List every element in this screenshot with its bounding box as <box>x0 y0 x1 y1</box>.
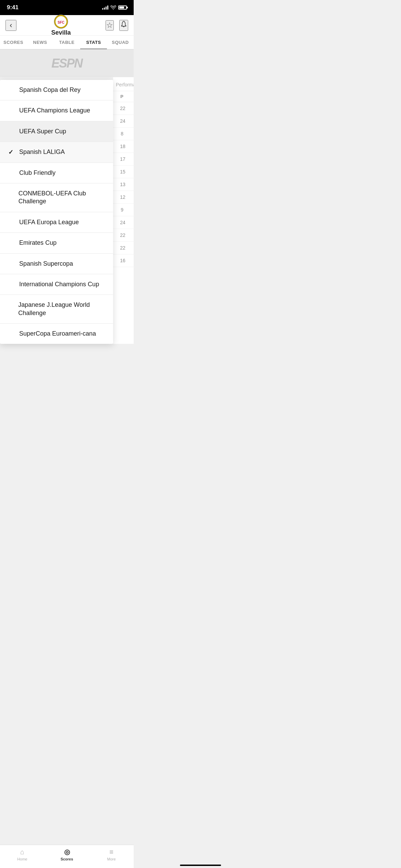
dropdown-item-label: UEFA Champions League <box>19 107 90 114</box>
tab-squad[interactable]: SQUAD <box>107 36 134 49</box>
team-logo: SFC <box>52 14 70 29</box>
table-row: 22 1 <box>113 242 134 254</box>
header: ‹ SFC Sevilla ☆ <box>0 15 134 36</box>
table-row: 8 3 <box>113 128 134 140</box>
dropdown-item-club-friendly[interactable]: ✓ Club Friendly <box>0 163 113 183</box>
dropdown-item-label: Club Friendly <box>19 169 56 177</box>
row-p-val: 16 <box>120 258 125 263</box>
team-name: Sevilla <box>51 29 71 36</box>
tab-scores[interactable]: SCORES <box>0 36 27 49</box>
table-rows: 22 9 24 3 8 3 18 2 17 2 15 2 13 2 12 2 9… <box>113 102 134 267</box>
wifi-icon <box>110 5 116 10</box>
dropdown-item-label: Spanish Supercopa <box>19 260 73 268</box>
back-button[interactable]: ‹ <box>5 20 16 31</box>
table-row: 18 2 <box>113 140 134 153</box>
dropdown-item-label: Spanish Copa del Rey <box>19 86 81 94</box>
notification-button[interactable] <box>119 20 128 31</box>
dropdown-item-label: Emirates Cup <box>19 239 57 247</box>
table-row: 22 9 <box>113 102 134 115</box>
tab-stats[interactable]: STATS <box>80 36 107 49</box>
dropdown-item-supercopa[interactable]: ✓ Spanish Supercopa <box>0 254 113 274</box>
dropdown-item-conmebol[interactable]: ✓ CONMEBOL-UEFA Club Challenge <box>0 183 113 212</box>
status-icons <box>102 5 127 10</box>
row-p-val: 17 <box>120 156 125 162</box>
table-row: 24 3 <box>113 115 134 128</box>
battery-icon <box>118 5 127 10</box>
espn-logo: ESPN <box>51 56 82 71</box>
dropdown-item-champions-league[interactable]: ✓ UEFA Champions League <box>0 100 113 121</box>
dropdown-item-j-league[interactable]: ✓ Japanese J.League World Challenge <box>0 295 113 324</box>
signal-bars-icon <box>102 5 108 10</box>
row-p-val: 8 <box>121 131 123 136</box>
table-row: 16 1 <box>113 254 134 267</box>
dropdown-item-label: UEFA Europa League <box>19 218 79 226</box>
header-title-area: SFC Sevilla <box>51 14 71 36</box>
content-area: ✓ Spanish Copa del Rey ✓ UEFA Champions … <box>0 77 134 344</box>
row-p-val: 22 <box>120 106 125 111</box>
dropdown-item-laliga[interactable]: ✓ Spanish LALIGA <box>0 142 113 162</box>
row-p-val: 13 <box>120 182 125 187</box>
dropdown-item-supercopa-euroam[interactable]: ✓ SuperCopa Euroameri-cana <box>0 324 113 344</box>
header-actions: ☆ <box>106 20 128 31</box>
page: 9:41 ‹ SFC <box>0 0 134 371</box>
dropdown-item-label: International Champions Cup <box>19 280 99 288</box>
row-p-val: 15 <box>120 169 125 174</box>
table-row: 15 2 <box>113 166 134 178</box>
status-bar: 9:41 <box>0 0 134 15</box>
dropdown-item-label: Japanese J.League World Challenge <box>18 301 105 317</box>
dropdown-item-label: Spanish LALIGA <box>19 148 65 156</box>
league-dropdown-panel: ✓ Spanish Copa del Rey ✓ UEFA Champions … <box>0 77 113 344</box>
status-time: 9:41 <box>7 4 19 11</box>
dropdown-item-europa-league[interactable]: ✓ UEFA Europa League <box>0 212 113 233</box>
table-row: 24 1 <box>113 216 134 229</box>
dropdown-item-copa-del-rey[interactable]: ✓ Spanish Copa del Rey <box>0 80 113 100</box>
dropdown-item-label: SuperCopa Euroameri-cana <box>19 330 96 338</box>
tab-table[interactable]: TABLE <box>53 36 80 49</box>
table-row: 12 2 <box>113 191 134 204</box>
dropdown-item-label: UEFA Super Cup <box>19 128 66 135</box>
tab-news[interactable]: NEWS <box>27 36 53 49</box>
row-p-val: 18 <box>120 144 125 149</box>
stats-table-panel: Performance P G 22 9 24 3 8 3 18 2 17 2 … <box>113 77 134 344</box>
col-header-p: P <box>120 94 123 99</box>
svg-text:SFC: SFC <box>58 21 64 24</box>
row-p-val: 9 <box>121 207 123 213</box>
row-p-val: 22 <box>120 245 125 251</box>
bell-icon <box>120 21 127 28</box>
row-p-val: 12 <box>120 194 125 200</box>
table-row: 9 2 <box>113 204 134 216</box>
performance-label: Performance <box>116 82 134 87</box>
dropdown-item-super-cup[interactable]: ✓ UEFA Super Cup <box>0 121 113 142</box>
dropdown-item-icc[interactable]: ✓ International Champions Cup <box>0 274 113 295</box>
dropdown-item-label: CONMEBOL-UEFA Club Challenge <box>19 190 105 206</box>
league-dropdown[interactable]: ✓ Spanish Copa del Rey ✓ UEFA Champions … <box>0 80 113 344</box>
nav-tabs: SCORES NEWS TABLE STATS SQUAD <box>0 36 134 50</box>
star-icon: ☆ <box>106 21 113 29</box>
check-icon: ✓ <box>8 148 15 156</box>
row-p-val: 24 <box>120 118 125 124</box>
espn-banner: ESPN <box>0 50 134 77</box>
table-row: 22 1 <box>113 229 134 242</box>
table-row: 13 2 <box>113 178 134 191</box>
dropdown-item-emirates[interactable]: ✓ Emirates Cup <box>0 233 113 253</box>
row-p-val: 22 <box>120 232 125 238</box>
row-p-val: 24 <box>120 220 125 225</box>
table-row: 17 2 <box>113 153 134 166</box>
favorite-button[interactable]: ☆ <box>106 20 114 31</box>
